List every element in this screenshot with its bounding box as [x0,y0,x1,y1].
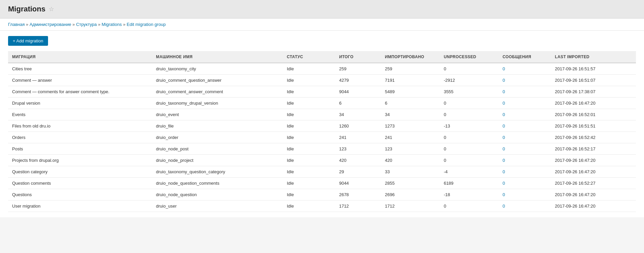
breadcrumb-edit-group[interactable]: Edit migration group [127,22,166,27]
messages-link[interactable]: 0 [503,78,505,83]
cell-messages[interactable]: 0 [499,143,551,155]
cell-migration: Questions [8,189,152,201]
cell-unprocessed: 0 [440,109,499,120]
table-row: Comment — comments for answer comment ty… [8,86,636,98]
cell-machine-name: druio_event [152,109,283,120]
breadcrumb-admin[interactable]: Администрирование [30,22,71,27]
messages-link[interactable]: 0 [503,204,505,209]
cell-unprocessed: 0 [440,155,499,166]
cell-unprocessed: -13 [440,120,499,132]
cell-status: Idle [283,98,335,109]
col-header-status: СТАТУС [283,51,335,63]
cell-total: 9044 [335,178,381,189]
cell-migration: User migration [8,201,152,212]
messages-link[interactable]: 0 [503,112,505,117]
cell-total: 34 [335,109,381,120]
table-row: Question category druio_taxonomy_questio… [8,166,636,178]
cell-migration: Question comments [8,178,152,189]
cell-unprocessed: 6189 [440,178,499,189]
col-header-imported: ИМПОРТИРОВАНО [381,51,440,63]
cell-last-imported: 2017-09-26 16:52:27 [551,178,636,189]
cell-last-imported: 2017-09-26 16:47:20 [551,166,636,178]
cell-messages[interactable]: 0 [499,166,551,178]
cell-machine-name: druio_taxonomy_question_category [152,166,283,178]
cell-total: 1260 [335,120,381,132]
messages-link[interactable]: 0 [503,192,505,197]
breadcrumb: Главная » Администрирование » Структура … [0,19,644,31]
messages-link[interactable]: 0 [503,135,505,140]
cell-migration: Comment — comments for answer comment ty… [8,86,152,98]
table-row: Posts druio_node_post Idle 123 123 0 0 2… [8,143,636,155]
table-row: Question comments druio_node_question_co… [8,178,636,189]
messages-link[interactable]: 0 [503,123,505,129]
messages-link[interactable]: 0 [503,101,505,106]
cell-imported: 6 [381,98,440,109]
page-title: Migrations [8,5,45,13]
cell-last-imported: 2017-09-26 16:51:07 [551,75,636,86]
cell-messages[interactable]: 0 [499,86,551,98]
cell-machine-name: druio_file [152,120,283,132]
cell-total: 6 [335,98,381,109]
cell-messages[interactable]: 0 [499,75,551,86]
messages-link[interactable]: 0 [503,169,505,174]
table-row: Orders druio_order Idle 241 241 0 0 2017… [8,132,636,143]
cell-total: 29 [335,166,381,178]
table-row: Comment — answer druio_comment_question_… [8,75,636,86]
cell-messages[interactable]: 0 [499,201,551,212]
cell-migration: Files from old dru.io [8,120,152,132]
cell-migration: Cities tree [8,63,152,75]
cell-imported: 2696 [381,189,440,201]
cell-last-imported: 2017-09-26 16:52:17 [551,143,636,155]
star-icon[interactable]: ☆ [49,5,54,13]
messages-link[interactable]: 0 [503,181,505,186]
cell-unprocessed: -18 [440,189,499,201]
cell-imported: 1273 [381,120,440,132]
table-row: User migration druio_user Idle 1712 1712… [8,201,636,212]
cell-imported: 33 [381,166,440,178]
breadcrumb-structure[interactable]: Структура [76,22,97,27]
cell-messages[interactable]: 0 [499,109,551,120]
cell-status: Idle [283,143,335,155]
cell-machine-name: druio_node_project [152,155,283,166]
cell-imported: 241 [381,132,440,143]
table-row: Events druio_event Idle 34 34 0 0 2017-0… [8,109,636,120]
cell-messages[interactable]: 0 [499,120,551,132]
breadcrumb-home[interactable]: Главная [8,22,25,27]
table-body: Cities tree druio_taxonomy_city Idle 259… [8,63,636,212]
messages-link[interactable]: 0 [503,89,505,94]
messages-link[interactable]: 0 [503,146,505,151]
cell-messages[interactable]: 0 [499,98,551,109]
cell-migration: Drupal version [8,98,152,109]
cell-messages[interactable]: 0 [499,132,551,143]
cell-unprocessed: 0 [440,132,499,143]
messages-link[interactable]: 0 [503,158,505,163]
cell-machine-name: druio_taxonomy_city [152,63,283,75]
col-header-unprocessed: UNPROCESSED [440,51,499,63]
cell-last-imported: 2017-09-26 17:38:07 [551,86,636,98]
cell-unprocessed: 0 [440,63,499,75]
cell-status: Idle [283,166,335,178]
cell-unprocessed: 0 [440,98,499,109]
cell-status: Idle [283,178,335,189]
cell-status: Idle [283,189,335,201]
cell-migration: Comment — answer [8,75,152,86]
cell-last-imported: 2017-09-26 16:51:57 [551,63,636,75]
cell-total: 2678 [335,189,381,201]
cell-status: Idle [283,86,335,98]
cell-unprocessed: 3555 [440,86,499,98]
col-header-machine-name: МАШИННОЕ ИМЯ [152,51,283,63]
cell-last-imported: 2017-09-26 16:52:01 [551,109,636,120]
col-header-total: ИТОГО [335,51,381,63]
add-migration-button[interactable]: + Add migration [8,36,48,46]
cell-status: Idle [283,201,335,212]
messages-link[interactable]: 0 [503,66,505,71]
cell-imported: 34 [381,109,440,120]
cell-status: Idle [283,63,335,75]
cell-messages[interactable]: 0 [499,178,551,189]
cell-last-imported: 2017-09-26 16:47:20 [551,98,636,109]
cell-messages[interactable]: 0 [499,189,551,201]
cell-messages[interactable]: 0 [499,63,551,75]
breadcrumb-migrations[interactable]: Migrations [102,22,122,27]
cell-migration: Orders [8,132,152,143]
cell-messages[interactable]: 0 [499,155,551,166]
